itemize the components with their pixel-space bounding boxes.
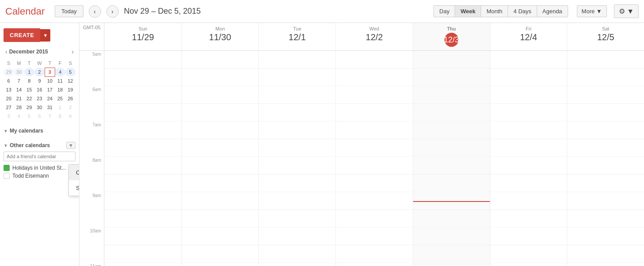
time-row[interactable] bbox=[182, 157, 259, 175]
time-row-half[interactable] bbox=[336, 139, 413, 157]
time-row-half[interactable] bbox=[105, 104, 181, 122]
time-row-half[interactable] bbox=[567, 68, 644, 86]
time-row[interactable] bbox=[105, 263, 181, 266]
mini-cal-day[interactable]: 15 bbox=[24, 85, 34, 94]
time-row[interactable] bbox=[413, 86, 490, 104]
time-row-half[interactable] bbox=[567, 139, 644, 157]
view-btn-week[interactable]: Week bbox=[455, 5, 481, 17]
mini-cal-day[interactable]: 4 bbox=[14, 112, 24, 121]
time-row-half[interactable] bbox=[259, 139, 335, 157]
time-row-half[interactable] bbox=[259, 175, 335, 192]
time-row-half[interactable] bbox=[490, 210, 567, 228]
prev-button[interactable]: ‹ bbox=[89, 5, 101, 18]
time-row-half[interactable] bbox=[336, 68, 413, 86]
time-row[interactable] bbox=[259, 263, 335, 266]
mini-cal-day[interactable]: 6 bbox=[4, 76, 14, 85]
time-row[interactable] bbox=[105, 157, 181, 175]
mini-cal-day[interactable]: 14 bbox=[14, 85, 24, 94]
time-row-half[interactable] bbox=[105, 245, 181, 263]
time-row[interactable] bbox=[567, 51, 644, 68]
time-row[interactable] bbox=[413, 122, 490, 139]
day-header-tue[interactable]: Tue 12/1 bbox=[258, 23, 335, 50]
mini-cal-day[interactable]: 4 bbox=[55, 68, 65, 76]
mini-cal-day[interactable]: 17 bbox=[45, 85, 55, 94]
time-row[interactable] bbox=[105, 51, 181, 68]
time-row[interactable] bbox=[182, 51, 259, 68]
time-row-half[interactable] bbox=[105, 68, 181, 86]
time-row-half[interactable] bbox=[259, 210, 335, 228]
day-header-sun[interactable]: Sun 11/29 bbox=[104, 23, 181, 50]
time-row-half[interactable] bbox=[182, 139, 259, 157]
time-row-half[interactable] bbox=[567, 104, 644, 122]
mini-cal-day[interactable]: 6 bbox=[34, 112, 45, 121]
time-row[interactable] bbox=[490, 263, 567, 266]
time-row[interactable] bbox=[259, 51, 335, 68]
mini-cal-day[interactable]: 30 bbox=[34, 103, 45, 112]
today-button[interactable]: Today bbox=[55, 5, 83, 17]
view-btn-day[interactable]: Day bbox=[433, 5, 455, 17]
time-row[interactable] bbox=[182, 122, 259, 139]
time-row[interactable] bbox=[182, 263, 259, 266]
time-row[interactable] bbox=[413, 228, 490, 245]
time-row[interactable] bbox=[259, 228, 335, 245]
time-row-half[interactable] bbox=[259, 68, 335, 86]
time-row-half[interactable] bbox=[567, 175, 644, 192]
time-row-half[interactable] bbox=[336, 175, 413, 192]
mini-cal-day[interactable]: 18 bbox=[55, 85, 65, 94]
time-row-half[interactable] bbox=[490, 139, 567, 157]
time-row[interactable] bbox=[259, 86, 335, 104]
time-row-half[interactable] bbox=[182, 104, 259, 122]
mini-cal-day[interactable]: 7 bbox=[45, 112, 55, 121]
time-row-half[interactable] bbox=[105, 175, 181, 192]
time-row[interactable] bbox=[336, 192, 413, 210]
mini-cal-day[interactable]: 9 bbox=[65, 112, 75, 121]
time-row[interactable] bbox=[490, 51, 567, 68]
view-btn-4days[interactable]: 4 Days bbox=[508, 5, 537, 17]
time-row[interactable] bbox=[490, 228, 567, 245]
mini-cal-day[interactable]: 20 bbox=[4, 94, 14, 103]
time-row[interactable] bbox=[413, 157, 490, 175]
time-row[interactable] bbox=[567, 228, 644, 245]
time-row-half[interactable] bbox=[105, 139, 181, 157]
time-row[interactable] bbox=[259, 122, 335, 139]
time-row[interactable] bbox=[490, 122, 567, 139]
time-row-half[interactable] bbox=[413, 210, 490, 228]
mini-cal-day[interactable]: 7 bbox=[14, 76, 24, 85]
mini-cal-day[interactable]: 2 bbox=[34, 68, 45, 76]
time-row[interactable] bbox=[105, 122, 181, 139]
mini-cal-day[interactable]: 25 bbox=[55, 94, 65, 103]
mini-cal-day[interactable]: 21 bbox=[14, 94, 24, 103]
mini-cal-day[interactable]: 5 bbox=[65, 68, 75, 76]
time-row-half[interactable] bbox=[259, 104, 335, 122]
time-row[interactable] bbox=[336, 122, 413, 139]
time-row[interactable] bbox=[182, 86, 259, 104]
time-row-half[interactable] bbox=[182, 175, 259, 192]
time-row-half[interactable] bbox=[567, 210, 644, 228]
mini-cal-day[interactable]: 29 bbox=[24, 103, 34, 112]
time-row[interactable] bbox=[567, 263, 644, 266]
time-row-half[interactable] bbox=[567, 245, 644, 263]
gear-button[interactable]: ⚙ ▼ bbox=[614, 4, 639, 18]
mini-cal-day[interactable]: 9 bbox=[34, 76, 45, 85]
time-row-half[interactable] bbox=[490, 104, 567, 122]
create-dropdown-button[interactable]: ▼ bbox=[40, 29, 50, 42]
mini-cal-day[interactable]: 8 bbox=[55, 112, 65, 121]
mini-cal-day[interactable]: 24 bbox=[45, 94, 55, 103]
time-row[interactable] bbox=[413, 263, 490, 266]
mini-cal-day[interactable]: 22 bbox=[24, 94, 34, 103]
time-row-half[interactable] bbox=[490, 245, 567, 263]
mini-cal-day[interactable]: 28 bbox=[14, 103, 24, 112]
day-header-sat[interactable]: Sat 12/5 bbox=[567, 23, 644, 50]
mini-cal-day[interactable]: 10 bbox=[45, 76, 55, 85]
time-row[interactable] bbox=[567, 157, 644, 175]
other-calendars-action[interactable]: ▼ bbox=[66, 142, 75, 149]
todd-checkbox[interactable] bbox=[4, 173, 10, 179]
mini-cal-day[interactable]: 3 bbox=[45, 68, 55, 76]
mini-cal-day[interactable]: 5 bbox=[24, 112, 34, 121]
time-row[interactable] bbox=[105, 228, 181, 245]
time-row-half[interactable] bbox=[259, 245, 335, 263]
time-row-half[interactable] bbox=[413, 139, 490, 157]
time-row-half[interactable] bbox=[413, 245, 490, 263]
time-row[interactable] bbox=[105, 86, 181, 104]
mini-cal-day[interactable]: 31 bbox=[45, 103, 55, 112]
